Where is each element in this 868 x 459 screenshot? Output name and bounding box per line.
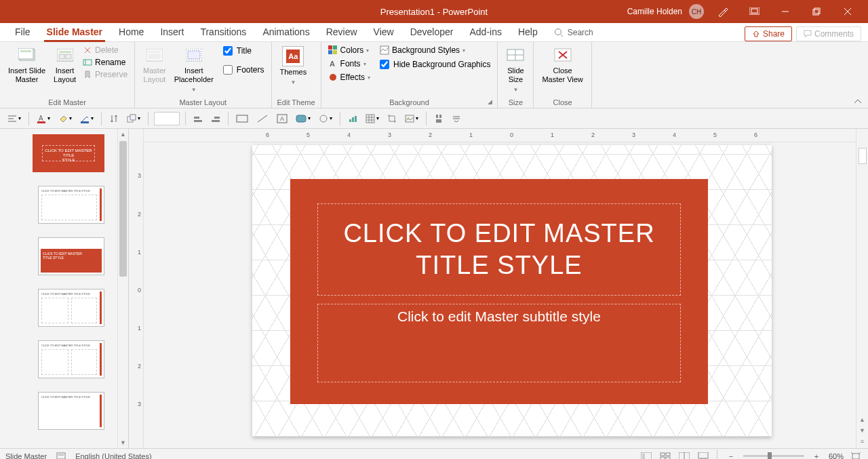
footers-checkbox[interactable]: Footers [222, 64, 266, 76]
circle-shape[interactable]: ▾ [317, 113, 334, 125]
scroll-thumb[interactable] [119, 141, 127, 277]
slide-thumb-layout-2[interactable]: CLICK TO EDIT MASTERTITLE STYLE [38, 237, 104, 275]
main-area: CLICK TO EDIT MASTER TITLESTYLE CLICK TO… [0, 129, 868, 448]
insert-slide-master-button[interactable]: Insert Slide Master [5, 45, 48, 85]
svg-rect-24 [188, 51, 200, 59]
normal-view-button[interactable] [639, 451, 653, 460]
colors-button[interactable]: Colors▾ [327, 45, 372, 56]
slide-thumb-layout-4[interactable]: CLICK TO EDIT MASTER TITLE STYLE [38, 340, 104, 378]
tab-addins[interactable]: Add-ins [462, 22, 508, 41]
align-left-button[interactable] [191, 113, 205, 125]
scroll-page-icon[interactable]: ≡ [856, 436, 868, 447]
status-bar: Slide Master English (United States) − +… [0, 448, 868, 459]
preserve-button[interactable]: Preserve [81, 69, 129, 80]
editor-scrollbar[interactable]: ▲ ▼ ≡ [856, 129, 868, 448]
slideshow-view-button[interactable] [696, 451, 710, 460]
zoom-value[interactable]: 60% [829, 452, 844, 460]
tab-animations[interactable]: Animations [256, 22, 316, 41]
title-checkbox[interactable]: Title [222, 45, 266, 57]
insert-layout-button[interactable]: Insert Layout [51, 45, 79, 85]
group-master-layout-label: Master Layout [140, 97, 265, 106]
title-bar-right: Camille Holden CH [627, 2, 868, 21]
editor-scroll-marker[interactable] [859, 148, 867, 164]
fit-window-button[interactable] [849, 451, 863, 460]
zoom-slider[interactable] [743, 455, 804, 457]
svg-line-8 [561, 35, 563, 37]
tell-me-search[interactable]: Search [547, 24, 600, 41]
fill-button[interactable]: ▾ [56, 113, 74, 125]
rectangle-shape[interactable] [234, 113, 250, 125]
rounded-shape[interactable]: ▾ [294, 113, 313, 125]
merge-button[interactable] [432, 113, 446, 125]
effects-button[interactable]: Effects▾ [327, 72, 372, 83]
collapse-ribbon-button[interactable] [853, 98, 863, 105]
status-language[interactable]: English (United States) [75, 452, 152, 460]
spellcheck-icon[interactable] [56, 452, 66, 460]
tab-review[interactable]: Review [319, 22, 364, 41]
font-color-button[interactable]: A▾ [35, 113, 52, 125]
slide-thumb-layout-5[interactable]: CLICK TO EDIT MASTER TITLE STYLE [38, 392, 104, 430]
background-dialog-launcher[interactable]: ◢ [488, 98, 496, 106]
slide-canvas[interactable]: Click to edit Master title style Click t… [252, 145, 772, 437]
tab-slide-master[interactable]: Slide Master [40, 22, 109, 41]
chart-button[interactable] [346, 113, 359, 125]
background-styles-button[interactable]: Background Styles▾ [378, 45, 492, 56]
scroll-up-icon[interactable]: ▲ [118, 129, 128, 140]
picture-button[interactable]: ▾ [403, 113, 420, 125]
svg-rect-50 [214, 117, 220, 119]
slide-thumb-layout-3[interactable]: CLICK TO EDIT MASTER TITLE STYLE [38, 289, 104, 327]
master-subtitle-placeholder[interactable]: Click to edit Master subtitle style [317, 304, 681, 382]
hide-background-checkbox[interactable]: Hide Background Graphics [378, 58, 492, 71]
svg-rect-83 [698, 452, 708, 458]
tab-developer[interactable]: Developer [403, 22, 460, 41]
tab-file[interactable]: File [8, 22, 37, 41]
draw-mode-icon[interactable] [711, 2, 735, 21]
table-button[interactable]: ▾ [363, 113, 381, 125]
outline-button[interactable]: ▾ [78, 113, 96, 125]
svg-rect-10 [18, 48, 33, 59]
slide-size-button[interactable]: Slide Size ▼ [503, 45, 528, 96]
comments-button[interactable]: Comments [796, 26, 861, 41]
textbox-shape[interactable]: A [275, 113, 290, 125]
align-menu[interactable]: ▾ [5, 113, 23, 125]
tab-view[interactable]: View [367, 22, 401, 41]
scroll-down-icon[interactable]: ▼ [856, 425, 868, 436]
thumbnail-scrollbar[interactable]: ▲ ▼ [117, 129, 128, 448]
scroll-down-icon[interactable]: ▼ [118, 437, 128, 448]
minimize-button[interactable] [773, 2, 797, 21]
svg-rect-76 [642, 454, 645, 459]
rename-button[interactable]: Rename [81, 57, 129, 68]
more-button[interactable] [450, 114, 463, 123]
tab-home[interactable]: Home [112, 22, 151, 41]
arrange-button[interactable]: ▾ [125, 113, 142, 125]
ribbon-tabs: File Slide Master Home Insert Transition… [0, 23, 868, 42]
themes-button[interactable]: Aa Themes ▼ [277, 45, 310, 88]
display-options-icon[interactable] [742, 2, 766, 21]
slide-thumb-master[interactable]: CLICK TO EDIT MASTER TITLESTYLE [33, 134, 104, 172]
sort-button[interactable] [107, 113, 121, 125]
share-button[interactable]: Share [745, 26, 792, 41]
tab-transitions[interactable]: Transitions [193, 22, 253, 41]
master-subtitle-text: Click to edit Master subtitle style [397, 308, 601, 324]
user-avatar[interactable]: CH [689, 4, 704, 19]
sorter-view-button[interactable] [658, 451, 672, 460]
delete-button[interactable]: Delete [81, 45, 129, 56]
master-title-placeholder[interactable]: Click to edit Master title style [317, 203, 681, 296]
zoom-in-button[interactable]: + [810, 451, 823, 460]
line-shape[interactable] [254, 113, 271, 125]
crop-button[interactable] [385, 113, 399, 125]
insert-placeholder-button[interactable]: Insert Placeholder ▼ [172, 45, 216, 96]
slide-thumb-layout-1[interactable]: CLICK TO EDIT MASTER TITLE STYLE [38, 186, 104, 224]
insert-placeholder-icon [184, 46, 203, 65]
fonts-button[interactable]: A Fonts▾ [327, 58, 372, 69]
tab-help[interactable]: Help [511, 22, 545, 41]
reading-view-button[interactable] [677, 451, 691, 460]
close-master-view-button[interactable]: Close Master View [539, 45, 585, 85]
tab-insert[interactable]: Insert [153, 22, 191, 41]
zoom-out-button[interactable]: − [724, 451, 738, 460]
maximize-button[interactable] [804, 2, 829, 21]
size-input[interactable] [154, 112, 180, 125]
close-button[interactable] [835, 2, 860, 21]
align-right-button[interactable] [209, 113, 222, 125]
scroll-up-icon[interactable]: ▲ [856, 414, 868, 425]
